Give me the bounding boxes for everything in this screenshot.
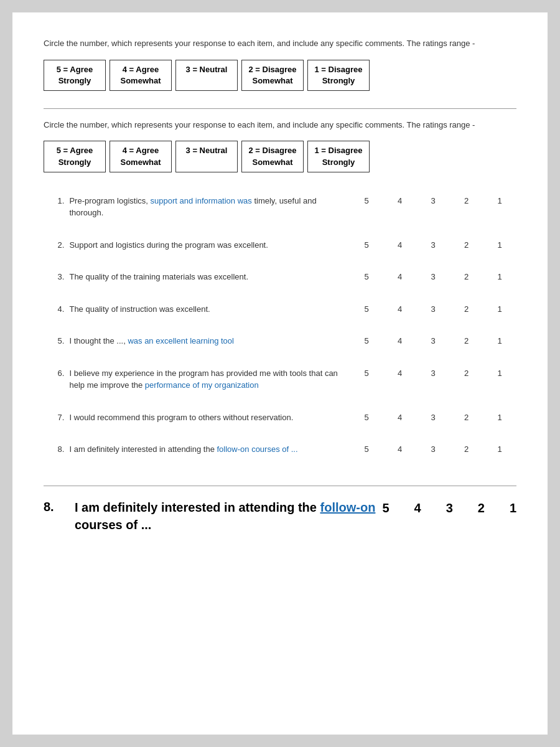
q-text-4: The quality of instruction was excellent…: [67, 298, 350, 321]
table-row: 5. I thought the ..., was an excellent l…: [44, 330, 516, 352]
section2-rating-scale: 5 = AgreeStrongly 4 = AgreeSomewhat 3 = …: [44, 141, 516, 172]
q-score-2-1: 1: [483, 234, 516, 256]
q-score-5-4: 4: [383, 330, 417, 352]
rating-box-5: 5 = AgreeStrongly: [44, 60, 106, 91]
q-score-4-5: 5: [350, 298, 383, 321]
bottom-score-2: 2: [478, 501, 485, 515]
rating-box-4: 4 = AgreeSomewhat: [110, 60, 172, 91]
q-score-7-5: 5: [350, 406, 383, 429]
q-num-1: 1.: [44, 190, 67, 224]
q-score-1-2: 2: [450, 190, 483, 224]
q-text-2: Support and logistics during the program…: [67, 234, 350, 256]
q-score-6-1: 1: [483, 362, 516, 397]
top-instruction: Circle the number, which represents your…: [44, 37, 516, 50]
q-score-8-1: 1: [483, 438, 516, 461]
q-score-8-3: 3: [416, 438, 450, 461]
q-score-8-5: 5: [350, 438, 383, 461]
q-score-6-2: 2: [450, 362, 483, 397]
bottom-score-3: 3: [446, 501, 453, 515]
top-rating-scale: 5 = AgreeStrongly 4 = AgreeSomewhat 3 = …: [44, 60, 516, 91]
table-row: 6. I believe my experience in the progra…: [44, 362, 516, 397]
bottom-score-1: 1: [510, 501, 516, 515]
q-score-6-5: 5: [350, 362, 383, 397]
survey-page: Circle the number, which represents your…: [12, 12, 548, 735]
q-score-6-4: 4: [383, 362, 417, 397]
q-text-6: I believe my experience in the program h…: [67, 362, 350, 397]
q-score-3-1: 1: [483, 266, 516, 288]
q-score-5-3: 3: [416, 330, 450, 352]
bottom-score-4: 4: [414, 501, 421, 515]
q-score-8-4: 4: [383, 438, 417, 461]
rating-box-2b: 2 = DisagreeSomewhat: [241, 141, 304, 172]
q-score-5-1: 1: [483, 330, 516, 352]
q-num-3: 3.: [44, 266, 67, 288]
q-score-7-2: 2: [450, 406, 483, 429]
table-row: 8. I am definitely interested in attendi…: [44, 438, 516, 461]
q-num-5: 5.: [44, 330, 67, 352]
section2-instruction: Circle the number, which represents your…: [44, 119, 516, 131]
q-score-2-4: 4: [383, 234, 417, 256]
q-num-7: 7.: [44, 406, 67, 429]
q-score-3-2: 2: [450, 266, 483, 288]
rating-box-4b: 4 = AgreeSomewhat: [110, 141, 172, 172]
q-score-8-2: 2: [450, 438, 483, 461]
q-score-2-2: 2: [450, 234, 483, 256]
q-score-4-3: 3: [416, 298, 450, 321]
rating-box-1: 1 = DisagreeStrongly: [307, 60, 370, 91]
q-score-3-5: 5: [350, 266, 383, 288]
table-row: 3. The quality of the training materials…: [44, 266, 516, 288]
q-score-1-3: 3: [416, 190, 450, 224]
q-text-5: I thought the ..., was an excellent lear…: [67, 330, 350, 352]
q-score-7-1: 1: [483, 406, 516, 429]
q-score-2-3: 3: [416, 234, 450, 256]
q-score-6-3: 3: [416, 362, 450, 397]
q-score-5-2: 2: [450, 330, 483, 352]
q-num-4: 4.: [44, 298, 67, 321]
bottom-q-num: 8.: [44, 499, 75, 514]
table-row: 4. The quality of instruction was excell…: [44, 298, 516, 321]
q-score-1-5: 5: [350, 190, 383, 224]
q-score-1-1: 1: [483, 190, 516, 224]
q-score-7-4: 4: [383, 406, 417, 429]
bottom-question-row: 8. I am definitely interested in attendi…: [44, 499, 516, 533]
bottom-scores: 5 4 3 2 1: [382, 499, 516, 515]
rating-box-1b: 1 = DisagreeStrongly: [307, 141, 370, 172]
q-num-6: 6.: [44, 362, 67, 397]
table-row: 1. Pre-program logistics, support and in…: [44, 190, 516, 224]
q-score-4-1: 1: [483, 298, 516, 321]
q-score-7-3: 3: [416, 406, 450, 429]
q-score-3-3: 3: [416, 266, 450, 288]
q-text-7: I would recommend this program to others…: [67, 406, 350, 429]
q-score-3-4: 4: [383, 266, 417, 288]
q-num-2: 2.: [44, 234, 67, 256]
questions-table: 1. Pre-program logistics, support and in…: [44, 190, 516, 461]
rating-box-5b: 5 = AgreeStrongly: [44, 141, 106, 172]
q-text-8: I am definitely interested in attending …: [67, 438, 350, 461]
q-score-2-5: 5: [350, 234, 383, 256]
q-score-5-5: 5: [350, 330, 383, 352]
rating-box-3: 3 = Neutral: [175, 60, 238, 91]
bottom-section: 8. I am definitely interested in attendi…: [44, 486, 516, 533]
table-row: 7. I would recommend this program to oth…: [44, 406, 516, 429]
table-row: 2. Support and logistics during the prog…: [44, 234, 516, 256]
q-num-8: 8.: [44, 438, 67, 461]
bottom-q-text: I am definitely interested in attending …: [75, 499, 382, 533]
rating-box-3b: 3 = Neutral: [175, 141, 238, 172]
q-score-4-2: 2: [450, 298, 483, 321]
rating-box-2: 2 = DisagreeSomewhat: [241, 60, 304, 91]
q-text-1: Pre-program logistics, support and infor…: [67, 190, 350, 224]
bottom-score-5: 5: [382, 501, 389, 515]
q-score-1-4: 4: [383, 190, 417, 224]
q-score-4-4: 4: [383, 298, 417, 321]
q-text-3: The quality of the training materials wa…: [67, 266, 350, 288]
